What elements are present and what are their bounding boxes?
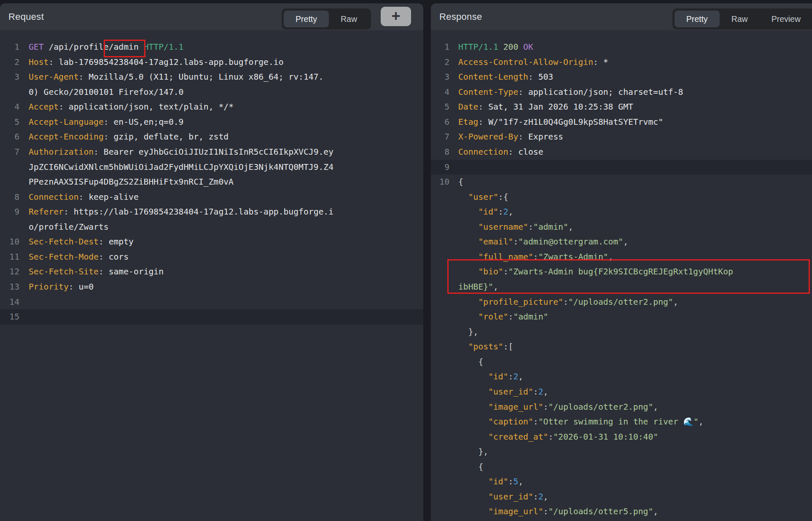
line-content: User-Agent: Mozilla/5.0 (X11; Ubuntu; Li… [29, 70, 323, 85]
code-line: "user_id":2, [431, 384, 812, 400]
line-content: Host: lab-1769854238404-17ag12.labs-app.… [29, 55, 284, 70]
code-line: 12Sec-Fetch-Site: same-origin [0, 264, 423, 279]
line-content: }, [458, 444, 488, 459]
line-content: "username":"admin", [458, 220, 573, 235]
line-number [431, 204, 449, 220]
line-content: Connection: keep-alive [29, 190, 139, 205]
code-line: 2Host: lab-1769854238404-17ag12.labs-app… [0, 55, 423, 70]
line-content: "user":{ [458, 190, 508, 205]
line-number: 2 [431, 55, 449, 70]
line-content: "posts":[ [458, 339, 513, 354]
line-number: 4 [431, 85, 449, 100]
request-view-tabs: PrettyRaw [282, 8, 371, 30]
line-number [431, 220, 449, 235]
line-content: o/profile/Zwarts [29, 220, 109, 235]
line-content: "id":2, [458, 204, 513, 220]
line-content: "id":5, [458, 474, 523, 489]
code-line: { [431, 354, 812, 370]
code-line: o/profile/Zwarts [0, 220, 423, 235]
line-number [431, 325, 449, 340]
line-content: Content-Length: 503 [458, 70, 553, 85]
line-content: Accept-Encoding: gzip, deflate, br, zstd [29, 129, 229, 145]
line-number [0, 160, 19, 175]
tab-raw[interactable]: Raw [720, 11, 760, 27]
line-number: 8 [0, 190, 19, 205]
code-line: 7X-Powered-By: Express [431, 129, 812, 145]
line-number [0, 85, 19, 100]
line-number: 1 [0, 40, 19, 55]
code-line: 1HTTP/1.1 200 OK [431, 40, 812, 55]
line-content: HTTP/1.1 200 OK [458, 40, 533, 55]
line-number: 11 [0, 250, 19, 265]
line-number [431, 279, 449, 295]
line-number [431, 400, 449, 415]
line-number: 6 [0, 129, 19, 145]
line-number: 5 [431, 99, 449, 115]
line-number [431, 504, 449, 519]
code-line: ibHBE}", [431, 279, 812, 295]
line-content: GET /api/profile/admin HTTP/1.1 [29, 40, 183, 55]
code-line: 6Etag: W/"1f7-zH1L0Q4Gg0L9kpS8HatSYETrvm… [431, 115, 812, 130]
code-line: 2Access-Control-Allow-Origin: * [431, 55, 812, 70]
code-line: 10Sec-Fetch-Dest: empty [0, 234, 423, 250]
code-line: 11Sec-Fetch-Mode: cors [0, 250, 423, 265]
line-number: 13 [0, 279, 19, 295]
code-line: "image_url":"/uploads/otter5.png", [431, 504, 812, 519]
line-content: "caption":"Otter swimming in the river 🌊… [458, 414, 704, 430]
line-content: Referer: https://lab-1769854238404-17ag1… [29, 204, 333, 220]
tab-preview[interactable]: Preview [760, 11, 812, 27]
line-content: JpZCI6NCwidXNlcm5hbWUiOiJad2FydHMiLCJpYX… [29, 160, 333, 175]
line-number [431, 489, 449, 505]
code-line: 10{ [431, 175, 812, 190]
response-editor[interactable]: 1HTTP/1.1 200 OK2Access-Control-Allow-Or… [431, 30, 812, 521]
code-line: "caption":"Otter family eating t□" [431, 519, 812, 521]
line-number [431, 190, 449, 205]
line-content: Etag: W/"1f7-zH1L0Q4Gg0L9kpS8HatSYETrvmc… [458, 115, 663, 130]
line-content: "image_url":"/uploads/otter5.png", [458, 504, 658, 519]
code-line: JpZCI6NCwidXNlcm5hbWUiOiJad2FydHMiLCJpYX… [0, 160, 423, 175]
line-content: Sec-Fetch-Site: same-origin [29, 264, 164, 279]
code-line: 7Authorization: Bearer eyJhbGciOiJIUzI1N… [0, 145, 423, 160]
add-tab-button[interactable]: + [381, 7, 411, 26]
tab-pretty[interactable]: Pretty [284, 11, 329, 27]
tab-pretty[interactable]: Pretty [675, 11, 720, 27]
line-content: Sec-Fetch-Dest: empty [29, 234, 134, 250]
line-number [431, 264, 449, 279]
request-editor[interactable]: 1GET /api/profile/admin HTTP/1.12Host: l… [0, 30, 423, 325]
line-content: "user_id":2, [458, 489, 548, 505]
line-number [0, 220, 19, 235]
line-content: { [458, 354, 483, 370]
line-number: 3 [431, 70, 449, 85]
line-number [431, 234, 449, 250]
line-content: PPeznAAX5ISFup4DBgZS2ZiBHHiFtx9nRCI_Zm0v… [29, 175, 234, 190]
line-content: "profile_picture":"/uploads/otter2.png", [458, 295, 678, 310]
line-number: 15 [0, 309, 19, 325]
code-line: "email":"admin@ottergram.com", [431, 234, 812, 250]
line-number: 1 [431, 40, 449, 55]
code-line: }, [431, 444, 812, 459]
code-line: }, [431, 325, 812, 340]
line-number: 8 [431, 145, 449, 160]
code-line: 9 [431, 160, 812, 175]
code-line: 6Accept-Encoding: gzip, deflate, br, zst… [0, 129, 423, 145]
code-line: "user_id":2, [431, 489, 812, 505]
line-content: Accept: application/json, text/plain, */… [29, 99, 234, 115]
response-panel-header: Response PrettyRawPreview [431, 3, 812, 30]
code-line: "id":5, [431, 474, 812, 489]
request-panel: Request PrettyRaw + 1GET /api/profile/ad… [0, 3, 423, 521]
line-content: "role":"admin" [458, 309, 548, 325]
line-number: 7 [0, 145, 19, 160]
code-line: 9Referer: https://lab-1769854238404-17ag… [0, 204, 423, 220]
line-number: 4 [0, 99, 19, 115]
code-line: 5Date: Sat, 31 Jan 2026 10:25:38 GMT [431, 99, 812, 115]
response-panel-title: Response [439, 3, 482, 30]
request-panel-header: Request PrettyRaw + [0, 3, 423, 30]
line-content: Content-Type: application/json; charset=… [458, 85, 683, 100]
line-content: "created_at":"2026-01-31 10:10:40" [458, 430, 658, 445]
line-number [0, 175, 19, 190]
line-content: Access-Control-Allow-Origin: * [458, 55, 608, 70]
code-line: 15 [0, 309, 423, 325]
line-content: "email":"admin@ottergram.com", [458, 234, 628, 250]
tab-raw[interactable]: Raw [329, 11, 369, 27]
line-content: 0) Gecko/20100101 Firefox/147.0 [29, 85, 183, 100]
